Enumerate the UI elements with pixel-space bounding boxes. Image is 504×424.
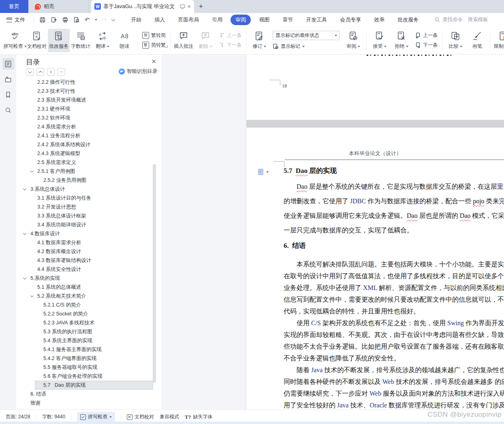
customize-toolbar-icon[interactable] xyxy=(111,17,115,21)
toc-item[interactable]: 5.2.2 Socket 的简介 xyxy=(16,309,162,318)
print-preview-icon[interactable] xyxy=(73,17,80,23)
ribbon-tab-7[interactable]: 开发工具 xyxy=(301,15,332,25)
spell-check-button[interactable]: abc 拼写检查 xyxy=(4,29,26,52)
toc-item[interactable]: 2.4.1 业务流程分析 xyxy=(16,131,162,140)
smart-recognize-toc[interactable]: 智能识别目录 xyxy=(119,68,157,75)
chevron-down-icon[interactable] xyxy=(23,277,26,280)
toc-item[interactable]: 3.2 开发设计思想 xyxy=(16,202,162,211)
ribbon-tab-1[interactable]: 插入 xyxy=(149,15,170,25)
toc-item[interactable]: 5.3 系统的执行流程图 xyxy=(16,327,162,336)
ribbon-tab-10[interactable]: 批改服务 xyxy=(393,15,423,25)
ribbon-tab-5[interactable]: 视图 xyxy=(254,15,274,25)
toc-item[interactable]: 2.5.1 客户用例图 xyxy=(16,167,162,176)
file-menu-button[interactable]: 文件 xyxy=(0,16,30,23)
read-aloud-button[interactable]: A 朗读 xyxy=(113,29,135,52)
ribbon-tab-4[interactable]: 审阅 xyxy=(231,15,251,25)
prev-comment-button[interactable]: 上一条 xyxy=(219,32,241,39)
search-panel-button[interactable] xyxy=(2,104,14,116)
trad-to-simp-button[interactable]: 简繁转简 xyxy=(142,32,166,39)
word-count-button[interactable]: 80 字数统计 xyxy=(70,29,92,52)
group-expand-icon[interactable] xyxy=(165,45,168,48)
toc-item[interactable]: 5.系统的实现 xyxy=(16,274,162,283)
cast-screen-icon[interactable] xyxy=(180,4,185,9)
page-indicator[interactable]: 页面: 24/28 xyxy=(6,413,30,420)
paragraph-options[interactable] xyxy=(258,168,269,175)
review-pane-button[interactable]: 审阅 xyxy=(342,29,364,52)
print-icon[interactable] xyxy=(62,17,68,23)
toc-item[interactable]: 4.3 数据库逻辑结构设计 xyxy=(16,256,162,265)
chevron-down-icon[interactable] xyxy=(30,170,34,173)
insert-comment-button[interactable]: 插入批注 xyxy=(173,29,194,52)
accept-change-button[interactable]: 接受 xyxy=(369,29,391,52)
toc-item[interactable]: 2.3 系统开发环境概述 xyxy=(16,96,162,104)
toc-item[interactable]: 3.4 系统功能详细设计 xyxy=(16,220,162,229)
track-changes-button[interactable]: 修订 xyxy=(248,29,270,52)
toc-item[interactable]: 2.2.3 技术可行性 xyxy=(16,87,162,96)
toc-item[interactable]: 3.1 系统设计目的与任务 xyxy=(16,194,162,202)
collapse-all-button[interactable] xyxy=(36,68,44,76)
toc-item[interactable]: 4.数据库设计 xyxy=(16,229,162,238)
toc-item[interactable]: 2.4.2 系统体系结构设计 xyxy=(16,140,162,149)
toc-item[interactable]: 2.5 系统需求定义 xyxy=(16,158,162,167)
ribbon-tab-0[interactable]: 开始 xyxy=(126,15,146,25)
toc-item[interactable]: 4.1 数据库需求分析 xyxy=(16,238,162,247)
correction-service-button[interactable]: 批改服务 xyxy=(48,29,70,52)
toc-panel-button[interactable] xyxy=(2,58,14,70)
spell-check-toggle[interactable]: 拼写检查 xyxy=(77,412,115,422)
toc-item[interactable]: 5.2.1 C/S 的简介 xyxy=(16,300,162,309)
chevron-down-icon[interactable] xyxy=(30,294,34,298)
toc-item[interactable]: 5.6 客户端业务处理的实现 xyxy=(16,372,162,381)
export-icon[interactable] xyxy=(51,17,57,23)
toc-item[interactable]: 3.3 系统总体设计框架 xyxy=(16,211,162,220)
ribbon-tab-9[interactable]: 效率 xyxy=(369,15,389,25)
compare-button[interactable]: 比较 xyxy=(444,29,466,52)
toc-item[interactable]: 5.2.3 JAVA 多线程技术 xyxy=(16,318,162,327)
chevron-down-icon[interactable] xyxy=(23,232,26,235)
toc-item[interactable]: 2.5.2 业务员用例图 xyxy=(16,176,162,185)
toc-item[interactable]: 6. 结语 xyxy=(16,390,162,398)
ribbon-tab-2[interactable]: 页面布局 xyxy=(173,15,204,25)
toc-item[interactable]: 2.3.1 硬件环境 xyxy=(16,104,162,113)
next-comment-button[interactable]: 下一条 xyxy=(219,42,241,49)
markup-state-dropdown[interactable]: 显示标记的最终状态 xyxy=(273,31,340,40)
doc-proof-status[interactable]: 文档校对 xyxy=(127,413,154,420)
compat-mode-status[interactable]: 兼容模式 xyxy=(160,413,179,420)
expand-all-button[interactable] xyxy=(26,68,34,76)
toc-item[interactable]: 4.4 系统安全性设计 xyxy=(16,265,162,274)
missing-font-status[interactable]: T? 缺失字体 xyxy=(185,413,212,420)
document-text[interactable]: 5.7 Dao 层的实现Dao 层是整个系统的关键所在，它是实现与数据库交互的桥… xyxy=(284,166,504,410)
word-count-indicator[interactable]: 字数: 9440 xyxy=(42,413,65,420)
toc-item[interactable]: 5.5 服务器端取号的实现 xyxy=(16,363,162,372)
toc-item-selected[interactable]: 5.7 Dao 层的实现 xyxy=(35,381,153,390)
redo-icon[interactable]: ↷ xyxy=(102,17,107,23)
close-document-icon[interactable]: × xyxy=(188,4,191,9)
ribbon-tab-6[interactable]: 章节 xyxy=(278,15,298,25)
toc-item[interactable]: 2.3.2 软件环境 xyxy=(16,113,162,122)
next-change-button[interactable]: 下一条 xyxy=(415,42,438,49)
toc-item[interactable]: 2.4 系统需求分析 xyxy=(16,122,162,131)
toc-item[interactable]: 致谢 xyxy=(16,398,162,407)
reject-change-button[interactable]: 拒绝 xyxy=(391,29,412,52)
ink-brush-button[interactable]: 画笔 xyxy=(466,29,488,52)
toc-item[interactable]: 2.2.2 操作可行性 xyxy=(16,78,162,87)
close-toc-icon[interactable]: ✕ xyxy=(151,58,156,65)
toc-item[interactable]: 5.2 系统相关技术简介 xyxy=(16,292,162,300)
toc-item[interactable]: 4.2 数据库概念设计 xyxy=(16,247,162,256)
ribbon-tab-8[interactable]: 会员专享 xyxy=(335,15,366,25)
show-markup-button[interactable]: 显示标记 xyxy=(273,43,340,50)
save-icon[interactable] xyxy=(39,17,46,23)
chapter-panel-button[interactable] xyxy=(2,73,14,85)
expand-level-button[interactable]: ＋ xyxy=(47,68,55,76)
delete-comment-button[interactable]: 删除 xyxy=(194,29,216,52)
home-tab[interactable]: 首页 xyxy=(0,0,28,13)
docer-tab[interactable]: 稻壳 xyxy=(28,0,89,13)
document-page-previous[interactable]: 18 xyxy=(246,55,504,120)
translate-button[interactable]: a中 翻译 xyxy=(92,29,113,52)
document-page-current[interactable]: 本科毕业论文（设计） 5.7 Dao 层的实现Dao 层是整个系统的关键所在，它… xyxy=(246,128,504,410)
toc-item[interactable]: 5.4 系统主界面的实现 xyxy=(16,336,162,345)
command-search[interactable]: 查找命令、搜索模板 xyxy=(435,16,488,23)
document-tab[interactable]: W 基于JavaGu...与实现 毕业论文 × xyxy=(91,0,194,13)
simp-to-trad-button[interactable]: 繁简转繁 xyxy=(142,42,166,49)
doc-proof-button[interactable]: a 文档校对 xyxy=(26,29,48,52)
chevron-down-icon[interactable] xyxy=(23,187,26,191)
